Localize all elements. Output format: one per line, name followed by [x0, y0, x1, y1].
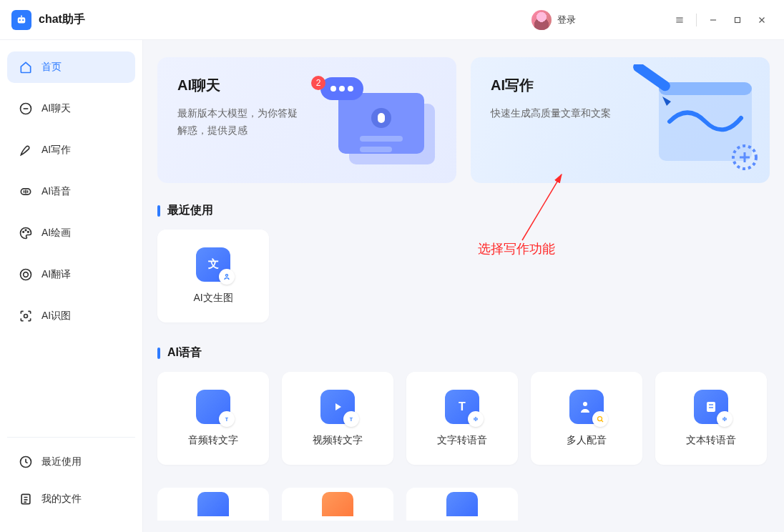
- nav-label: 我的文件: [41, 493, 82, 506]
- tool-partial-2[interactable]: [282, 488, 393, 521]
- svg-rect-4: [735, 17, 740, 22]
- tool-partial-1[interactable]: [157, 488, 269, 521]
- user-avatar[interactable]: [531, 10, 552, 30]
- nav-home[interactable]: 首页: [7, 51, 135, 83]
- svg-text:T: T: [225, 417, 229, 422]
- tool-audio2text[interactable]: T 音频转文字: [157, 372, 269, 465]
- svg-point-11: [24, 272, 29, 277]
- close-button[interactable]: [751, 9, 773, 31]
- app-logo: [11, 10, 31, 30]
- text2speech-icon: [694, 390, 728, 424]
- nav-label: AI识图: [41, 310, 71, 322]
- section-recent-title: 最近使用: [167, 203, 213, 218]
- login-link[interactable]: 登录: [557, 14, 576, 26]
- sidebar: 首页 AI聊天 AI写作 AI语音 AI绘画 AI翻译: [0, 40, 143, 532]
- svg-rect-20: [360, 147, 392, 152]
- svg-point-8: [25, 230, 26, 231]
- svg-text:T: T: [459, 400, 466, 413]
- tool-label: 多人配音: [567, 434, 607, 447]
- text2image-icon: 文: [196, 247, 230, 282]
- nav-chat[interactable]: AI聊天: [7, 93, 135, 124]
- app-title: chat助手: [39, 12, 531, 27]
- draw-icon: [19, 226, 33, 240]
- tool-text2image[interactable]: 文 AI文生图: [157, 230, 269, 322]
- svg-point-9: [28, 232, 29, 233]
- nav-label: 最近使用: [41, 455, 82, 468]
- svg-point-37: [598, 417, 602, 421]
- hero-write-title: AI写作: [491, 76, 750, 95]
- nav-translate[interactable]: AI翻译: [7, 259, 135, 290]
- svg-point-10: [21, 270, 31, 280]
- tool-video2text[interactable]: T 视频转文字: [282, 372, 393, 465]
- tool-multivoice[interactable]: 多人配音: [531, 372, 642, 465]
- tool-partial-3[interactable]: [406, 488, 518, 521]
- tool-label: 视频转文字: [313, 434, 363, 447]
- svg-text:文: 文: [207, 257, 219, 270]
- translate-icon: [19, 267, 33, 282]
- svg-rect-18: [378, 113, 385, 123]
- svg-marker-28: [662, 97, 671, 106]
- multivoice-icon: [569, 390, 604, 424]
- nav-write[interactable]: AI写作: [7, 134, 135, 166]
- partial-icon: [322, 492, 353, 516]
- home-icon: [19, 60, 33, 74]
- svg-rect-3: [21, 15, 22, 17]
- nav-recognize[interactable]: AI识图: [7, 300, 135, 332]
- nav-draw[interactable]: AI绘画: [7, 217, 135, 249]
- nav-label: AI绘画: [41, 227, 71, 240]
- nav-voice[interactable]: AI语音: [7, 176, 135, 207]
- svg-rect-15: [349, 104, 435, 164]
- svg-point-2: [22, 19, 24, 20]
- voice-icon: [19, 184, 33, 199]
- video2text-icon: T: [320, 390, 355, 424]
- tool-text2voice[interactable]: T 文字转语音: [406, 372, 518, 465]
- menu-button[interactable]: [669, 9, 690, 31]
- tool-text2speech[interactable]: 文本转语音: [655, 372, 767, 465]
- svg-point-29: [733, 146, 756, 169]
- hero-chat-card[interactable]: AI聊天 最新版本大模型，为你答疑解惑，提供灵感 2: [157, 57, 456, 183]
- section-bar: [157, 205, 160, 217]
- partial-icon: [197, 492, 229, 516]
- section-recent-head: 最近使用: [157, 203, 770, 218]
- tool-label: AI文生图: [193, 292, 232, 305]
- nav-recent[interactable]: 最近使用: [7, 446, 135, 478]
- svg-rect-38: [707, 402, 715, 412]
- tool-label: 文本转语音: [686, 434, 736, 447]
- write-icon: [19, 143, 33, 157]
- nav-label: AI翻译: [41, 268, 71, 281]
- recognize-icon: [19, 309, 33, 323]
- maximize-button[interactable]: [727, 9, 748, 31]
- chat-icon: [19, 102, 33, 116]
- main-content: AI聊天 最新版本大模型，为你答疑解惑，提供灵感 2 AI写作 快速生成高质量文…: [143, 40, 784, 532]
- svg-point-12: [24, 315, 28, 318]
- svg-rect-19: [360, 136, 403, 142]
- svg-rect-0: [18, 17, 26, 23]
- svg-marker-33: [335, 403, 341, 410]
- section-voice-title: AI语音: [167, 345, 202, 360]
- nav-label: AI写作: [41, 144, 71, 157]
- svg-text:T: T: [350, 417, 353, 422]
- hero-chat-desc: 最新版本大模型，为你答疑解惑，提供灵感: [177, 105, 306, 139]
- section-bar: [157, 348, 160, 359]
- svg-point-31: [226, 275, 228, 277]
- minimize-button[interactable]: [702, 9, 724, 31]
- recent-icon: [19, 455, 33, 469]
- tool-label: 文字转语音: [437, 434, 487, 447]
- hero-write-card[interactable]: AI写作 快速生成高质量文章和文案: [471, 57, 770, 183]
- hero-chat-title: AI聊天: [177, 76, 436, 95]
- notification-badge: 2: [311, 76, 325, 90]
- svg-point-1: [19, 19, 21, 20]
- section-voice-head: AI语音: [157, 345, 770, 360]
- svg-rect-16: [338, 93, 424, 154]
- hero-write-desc: 快速生成高质量文章和文案: [491, 105, 619, 122]
- audio2text-icon: T: [196, 390, 230, 424]
- nav-files[interactable]: 我的文件: [7, 483, 135, 515]
- nav-label: AI聊天: [41, 102, 71, 115]
- svg-point-7: [23, 232, 24, 233]
- nav-label: 首页: [41, 61, 62, 74]
- tool-label: 音频转文字: [188, 434, 238, 447]
- text2voice-icon: T: [445, 390, 479, 424]
- titlebar: chat助手 登录: [0, 0, 784, 40]
- files-icon: [19, 492, 33, 506]
- svg-point-36: [583, 402, 587, 406]
